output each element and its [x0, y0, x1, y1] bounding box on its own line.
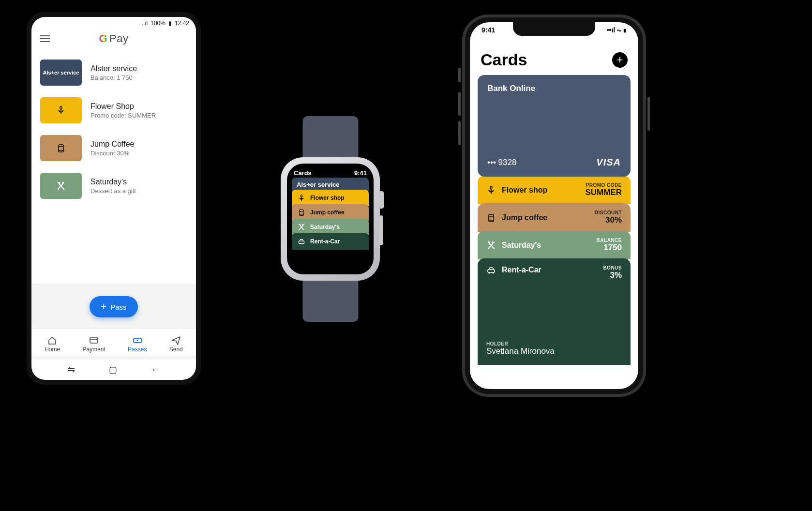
bottom-nav: Home Payment Passes Send	[31, 328, 196, 356]
card-icon	[89, 335, 99, 345]
pass-row-alster[interactable]: Als+er service Alster service Balance: 1…	[31, 54, 196, 91]
visa-logo: VISA	[596, 157, 621, 168]
back-key[interactable]: ←	[151, 365, 160, 375]
pass-title: Alster service	[90, 64, 137, 73]
coffee-icon	[297, 208, 306, 217]
page-title: Cards	[481, 50, 527, 69]
battery-icon: ▮	[168, 20, 172, 27]
utensils-icon	[56, 181, 66, 191]
card-holder: HOLDER Svetlana Mironova	[486, 341, 555, 356]
android-status-bar: ..ıl 100% ▮ 12:42	[31, 17, 196, 28]
android-softkeys: ⇋ ▢ ←	[31, 360, 196, 380]
wallet-row-saturday[interactable]: Saturday's BALANCE 1750	[478, 231, 631, 259]
send-icon	[171, 335, 181, 345]
utensils-icon	[486, 240, 496, 250]
plus-icon: +	[617, 54, 623, 66]
car-icon	[486, 265, 496, 275]
watch-screen: Cards 9:41 Als+er service Flower shop Ju…	[287, 164, 374, 274]
pass-row-saturday[interactable]: Saturday's Dessert as a gift	[31, 167, 196, 205]
meta-value: 30%	[595, 215, 622, 225]
signal-icon: ..ıl	[142, 20, 148, 27]
nav-payment[interactable]: Payment	[82, 335, 105, 353]
gpay-logo: GPay	[99, 32, 128, 45]
meta-label: BONUS	[603, 265, 622, 271]
pass-title: Saturday's	[90, 178, 136, 186]
bank-name: Bank Online	[487, 84, 621, 93]
pass-title: Flower Shop	[90, 102, 156, 111]
pass-thumb	[40, 135, 82, 161]
nav-passes[interactable]: Passes	[128, 335, 147, 353]
iphone-frame: 9:41 ••ıl ⏦ ▮ Cards + Bank Online ••• 93…	[462, 15, 646, 397]
recents-key[interactable]: ⇋	[68, 364, 75, 375]
menu-icon[interactable]	[40, 35, 50, 42]
wallet-stack: Bank Online ••• 9328 VISA Flower shop PR…	[470, 75, 638, 365]
car-icon	[297, 237, 306, 246]
nav-home[interactable]: Home	[45, 335, 60, 353]
iphone-notch	[513, 22, 595, 36]
meta-value: 1750	[597, 243, 622, 253]
pass-thumb	[40, 97, 82, 123]
flower-icon	[297, 193, 306, 203]
watch-time: 9:41	[354, 169, 367, 177]
meta-label: BALANCE	[597, 238, 622, 243]
status-time: 9:41	[481, 26, 495, 34]
watch-case: Cards 9:41 Als+er service Flower shop Ju…	[281, 157, 380, 281]
meta-value: SUMMER	[585, 188, 622, 197]
pass-thumb: Als+er service	[40, 60, 82, 86]
flower-icon	[486, 185, 496, 195]
meta-value: 3%	[603, 271, 622, 280]
pass-sub: Dessert as a gift	[90, 187, 136, 195]
ticket-icon	[133, 335, 142, 345]
nav-send[interactable]: Send	[169, 335, 183, 353]
pass-list: Als+er service Alster service Balance: 1…	[31, 52, 196, 284]
pass-row-coffee[interactable]: Jump Coffee Discount 30%	[31, 129, 196, 167]
watch-crown[interactable]	[379, 191, 384, 209]
add-card-button[interactable]: +	[612, 52, 628, 68]
plus-icon: +	[101, 301, 106, 313]
add-pass-button[interactable]: + Pass	[90, 296, 138, 317]
watch-frame: Cards 9:41 Als+er service Flower shop Ju…	[276, 116, 385, 322]
android-phone-frame: ..ıl 100% ▮ 12:42 GPay Als+er service Al…	[27, 12, 201, 385]
pass-sub: Discount 30%	[90, 150, 134, 157]
volume-down[interactable]	[458, 121, 461, 145]
mute-switch[interactable]	[458, 68, 461, 82]
android-screen: ..ıl 100% ▮ 12:42 GPay Als+er service Al…	[31, 17, 196, 380]
flower-icon	[56, 105, 66, 115]
meta-label: PROMO CODE	[585, 182, 622, 188]
battery-text: 100%	[150, 20, 165, 27]
home-key[interactable]: ▢	[109, 364, 117, 375]
status-time: 12:42	[175, 20, 189, 27]
pass-thumb	[40, 173, 82, 199]
iphone-screen: 9:41 ••ıl ⏦ ▮ Cards + Bank Online ••• 93…	[470, 22, 638, 389]
pass-title: Jump Coffee	[90, 140, 134, 149]
pass-sub: Balance: 1 750	[90, 74, 137, 81]
bank-card[interactable]: Bank Online ••• 9328 VISA	[478, 75, 631, 177]
watch-card-coffee[interactable]: Jump coffee	[292, 204, 369, 221]
power-button[interactable]	[647, 97, 650, 131]
wallet-row-coffee[interactable]: Jump coffee DISCOUNT 30%	[478, 203, 631, 232]
watch-title: Cards	[294, 169, 312, 177]
home-icon	[47, 335, 57, 345]
wallet-row-rentacar[interactable]: Rent-a-Car BONUS 3% HOLDER Svetlana Miro…	[478, 258, 631, 365]
coffee-icon	[56, 143, 66, 153]
status-icons: ••ıl ⏦ ▮	[607, 26, 627, 34]
watch-side-button[interactable]	[379, 215, 383, 245]
utensils-icon	[297, 222, 306, 232]
gpay-header: GPay	[31, 28, 196, 52]
wallet-row-flower[interactable]: Flower shop PROMO CODE SUMMER	[478, 176, 631, 204]
watch-card-flower[interactable]: Flower shop	[292, 190, 369, 206]
pass-sub: Promo code: SUMMER	[90, 112, 156, 119]
volume-up[interactable]	[458, 92, 461, 116]
gpay-lower: + Pass Home Payment Passes Send	[31, 284, 196, 360]
coffee-icon	[486, 213, 496, 223]
wallet-header: Cards +	[470, 34, 638, 75]
watch-card-rentacar[interactable]: Rent-a-Car	[292, 233, 369, 250]
pass-row-flower[interactable]: Flower Shop Promo code: SUMMER	[31, 91, 196, 129]
meta-label: DISCOUNT	[595, 210, 622, 215]
watch-card-saturday[interactable]: Saturday's	[292, 219, 369, 235]
card-last4: ••• 9328	[487, 158, 516, 167]
